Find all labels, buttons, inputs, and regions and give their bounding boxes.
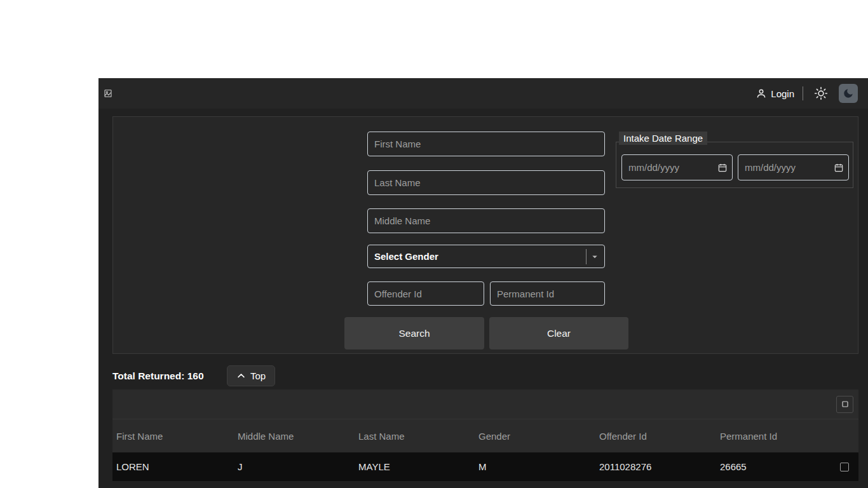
chevron-up-icon xyxy=(236,371,246,381)
offender-id-input[interactable] xyxy=(367,281,484,306)
intake-date-to-input[interactable] xyxy=(738,154,849,180)
scroll-to-top-button[interactable]: Top xyxy=(227,365,275,386)
table-toolbar xyxy=(112,390,858,419)
sun-icon xyxy=(814,86,828,100)
results-table: First Name Middle Name Last Name Gender … xyxy=(112,390,858,481)
total-returned-value: 160 xyxy=(187,370,204,381)
topbar-actions: Login xyxy=(756,84,858,103)
column-header-permanent-id[interactable]: Permanent Id xyxy=(716,431,831,442)
intake-date-to-wrap xyxy=(738,154,849,180)
search-button[interactable]: Search xyxy=(344,317,484,349)
clear-button[interactable]: Clear xyxy=(489,317,628,349)
gender-select-value: Select Gender xyxy=(374,251,438,262)
square-icon xyxy=(841,400,849,408)
login-label: Login xyxy=(771,88,794,99)
table-header-row: First Name Middle Name Last Name Gender … xyxy=(112,419,858,452)
permanent-id-input[interactable] xyxy=(490,281,605,306)
moon-icon xyxy=(843,88,854,99)
calendar-icon[interactable] xyxy=(834,163,844,173)
top-button-label: Top xyxy=(250,370,266,381)
top-navbar: Login xyxy=(98,78,868,109)
total-returned-label: Total Returned: xyxy=(112,370,184,381)
cell-last-name: MAYLE xyxy=(355,461,475,472)
cell-middle-name: J xyxy=(234,461,355,472)
middle-name-input[interactable] xyxy=(367,208,605,233)
search-panel: Select Gender Search Clear Intake Date R… xyxy=(112,116,858,354)
table-row[interactable]: LOREN J MAYLE M 2011028276 26665 xyxy=(112,452,858,481)
topbar-divider xyxy=(803,86,803,100)
column-header-middle-name[interactable]: Middle Name xyxy=(234,431,355,442)
total-returned: Total Returned: 160 xyxy=(112,370,204,382)
cell-gender: M xyxy=(475,461,595,472)
dark-theme-button[interactable] xyxy=(839,84,858,103)
chevron-down-icon xyxy=(589,251,600,262)
column-header-last-name[interactable]: Last Name xyxy=(355,431,475,442)
row-checkbox[interactable] xyxy=(840,463,849,471)
intake-date-from-wrap xyxy=(621,154,733,180)
cell-offender-id: 2011028276 xyxy=(595,461,716,472)
light-theme-button[interactable] xyxy=(811,84,831,103)
login-button[interactable]: Login xyxy=(756,88,794,99)
first-name-input[interactable] xyxy=(367,132,605,156)
intake-date-from-input[interactable] xyxy=(621,154,733,180)
cell-permanent-id: 26665 xyxy=(716,461,831,472)
cell-first-name: LOREN xyxy=(112,461,234,472)
calendar-icon[interactable] xyxy=(717,163,728,173)
column-header-gender[interactable]: Gender xyxy=(475,431,595,442)
app-window: Login xyxy=(98,78,868,488)
column-header-first-name[interactable]: First Name xyxy=(112,431,234,442)
column-header-offender-id[interactable]: Offender Id xyxy=(595,431,716,442)
intake-date-range-fieldset: Intake Date Range xyxy=(616,142,853,188)
intake-date-range-label: Intake Date Range xyxy=(619,132,707,145)
gender-select[interactable]: Select Gender xyxy=(367,245,605,268)
select-divider xyxy=(586,249,587,264)
table-options-button[interactable] xyxy=(836,396,853,413)
logo-broken-image-icon[interactable] xyxy=(104,88,114,98)
user-icon xyxy=(756,88,767,99)
last-name-input[interactable] xyxy=(367,170,605,195)
